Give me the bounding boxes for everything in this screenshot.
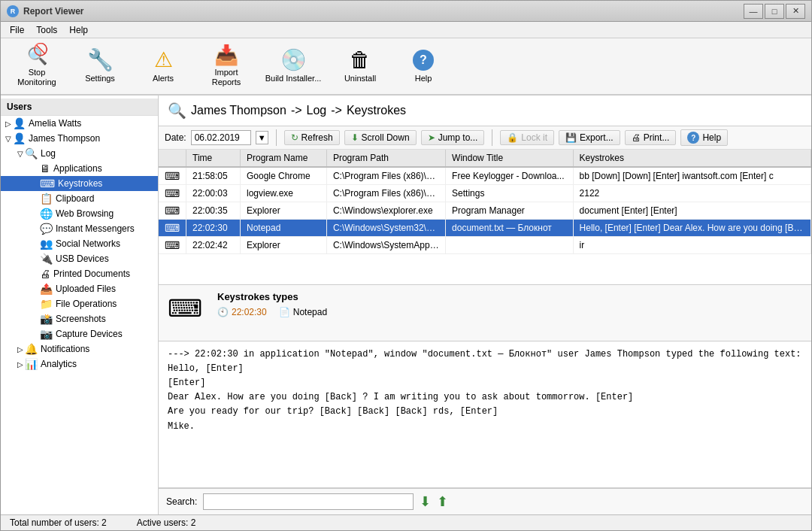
print-button[interactable]: 🖨 Print... [625,130,677,145]
sidebar-item-web-browsing[interactable]: 🌐 Web Browsing [1,206,158,221]
lock-it-button[interactable]: 🔒 Lock it [500,130,554,145]
menu-file[interactable]: File [4,23,30,37]
row-path: C:\Windows\System32\not... [326,220,445,237]
main-area: Users ▷ 👤 Amelia Watts ▽ 👤 James Thompso… [1,96,811,514]
file-operations-label: File Operations [56,299,117,309]
col-program: Program Name [240,150,326,167]
import-reports-button[interactable]: 📥 Import Reports [196,41,256,91]
row-time: 22:02:30 [186,220,241,237]
alerts-button[interactable]: ⚠ Alerts [133,43,193,90]
sidebar-item-usb-devices[interactable]: 🔌 USB Devices [1,251,158,266]
search-down-button[interactable]: ⬇ [420,495,431,508]
applications-label: Applications [53,163,102,174]
sidebar-item-clipboard[interactable]: 📋 Clipboard [1,191,158,206]
row-path: C:\Program Files (x86)\Go... [326,167,445,185]
status-bar: Total number of users: 2 Active users: 2 [1,514,811,530]
minimize-button[interactable]: — [744,4,763,19]
breadcrumb: 🔍 James Thompson -> Log -> Keystrokes [159,96,811,126]
sidebar-item-amelia-watts[interactable]: ▷ 👤 Amelia Watts [1,116,158,131]
detail-sub: 🕙 22:02:30 📄 Notepad [217,307,327,317]
stop-monitoring-icon: 🔍🚫 [27,45,47,65]
sidebar-item-printed-documents[interactable]: 🖨 Printed Documents [1,266,158,281]
analytics-label: Analytics [41,359,77,369]
sidebar-item-social-networks[interactable]: 👥 Social Networks [1,236,158,251]
export-button[interactable]: 💾 Export... [559,130,620,145]
sidebar-item-screenshots[interactable]: 📸 Screenshots [1,311,158,326]
james-thompson-label: James Thompson [29,133,100,144]
jump-to-label: Jump to... [438,132,478,143]
active-users: Active users: 2 [137,517,196,528]
build-installer-icon: 💿 [280,50,307,71]
table-row[interactable]: ⌨ 22:00:35 Explorer C:\Windows\explorer.… [159,202,811,220]
help-toolbar-label: Help [415,74,432,83]
content-area: 🔍 James Thompson -> Log -> Keystrokes Da… [159,96,811,514]
build-installer-label: Build Installer... [265,74,322,83]
text-line: Hello, [Enter] [168,362,802,376]
text-content-area: ---> 22:02:30 in application "Notepad", … [159,341,811,488]
row-window: Settings [446,185,573,202]
sidebar-item-analytics[interactable]: ▷ 📊 Analytics [1,357,158,372]
menu-tools[interactable]: Tools [30,23,63,37]
jump-to-button[interactable]: ➤ Jump to... [421,130,485,145]
refresh-label: Refresh [301,132,333,143]
search-up-button[interactable]: ⬆ [437,495,448,508]
help-toolbar-button[interactable]: ? Help [393,43,453,90]
notifications-label: Notifications [41,344,89,354]
breadcrumb-keystrokes: Keystrokes [347,104,406,117]
keystrokes-table: Time Program Name Program Path Window Ti… [159,150,811,254]
breadcrumb-sep1: -> [291,104,302,117]
settings-icon: 🔧 [87,50,114,71]
row-time: 21:58:05 [186,167,241,185]
close-button[interactable]: ✕ [786,4,805,19]
text-line: ---> 22:02:30 in application "Notepad", … [168,347,802,362]
search-input[interactable] [203,493,414,510]
sidebar-item-file-operations[interactable]: 📁 File Operations [1,296,158,311]
sidebar-item-applications[interactable]: 🖥 Applications [1,161,158,176]
date-input[interactable] [191,130,251,145]
detail-info: Keystrokes types 🕙 22:02:30 📄 Notepad [217,291,327,317]
stop-monitoring-label: Stop Monitoring [12,68,62,87]
help-datebar-button[interactable]: ? Help [680,129,728,146]
sidebar-item-uploaded-files[interactable]: 📤 Uploaded Files [1,281,158,296]
stop-monitoring-button[interactable]: 🔍🚫 Stop Monitoring [7,41,67,91]
sidebar-item-log[interactable]: ▽ 🔍 Log [1,146,158,161]
uninstall-button[interactable]: 🗑 Uninstall [330,43,390,90]
settings-label: Settings [85,74,115,83]
menu-help[interactable]: Help [63,23,94,37]
amelia-watts-label: Amelia Watts [29,118,81,129]
settings-button[interactable]: 🔧 Settings [70,43,130,90]
sidebar-item-notifications[interactable]: ▷ 🔔 Notifications [1,341,158,357]
refresh-button[interactable]: ↻ Refresh [284,130,340,145]
log-label: Log [41,148,56,159]
expander-log: ▽ [16,150,25,158]
capture-devices-label: Capture Devices [56,329,123,339]
date-bar: Date: ▼ ↻ Refresh ⬇ Scroll Down ➤ Jump t… [159,126,811,150]
web-browsing-icon: 🌐 [40,208,53,220]
table-row[interactable]: ⌨ 22:02:42 Explorer C:\Windows\SystemApp… [159,237,811,254]
scroll-down-button[interactable]: ⬇ Scroll Down [344,130,417,145]
date-dropdown-button[interactable]: ▼ [256,131,268,144]
instant-messengers-icon: 💬 [40,223,53,235]
sidebar-item-capture-devices[interactable]: 📷 Capture Devices [1,326,158,341]
maximize-button[interactable]: □ [765,4,784,19]
table-row[interactable]: ⌨ 21:58:05 Google Chrome C:\Program File… [159,167,811,185]
row-window: document.txt — Блокнот [446,220,573,237]
row-program: logview.exe [240,185,326,202]
print-icon: 🖨 [632,132,641,143]
table-row[interactable]: ⌨ 22:00:03 logview.exe C:\Program Files … [159,185,811,202]
col-time: Time [186,150,241,167]
uninstall-icon: 🗑 [350,50,371,71]
row-path: C:\Windows\explorer.exe [326,202,445,220]
sidebar-item-instant-messengers[interactable]: 💬 Instant Messengers [1,221,158,236]
row-time: 22:00:03 [186,185,241,202]
detail-panel: ⌨ Keystrokes types 🕙 22:02:30 📄 Notepad [159,285,811,341]
table-row[interactable]: ⌨ 22:02:30 Notepad C:\Windows\System32\n… [159,220,811,237]
sidebar-item-keystrokes[interactable]: ⌨ Keystrokes [1,176,158,191]
usb-devices-icon: 🔌 [40,253,53,265]
total-users: Total number of users: 2 [10,517,107,528]
scroll-down-icon: ⬇ [351,132,359,143]
text-line: Mike. [168,420,802,434]
sidebar-item-james-thompson[interactable]: ▽ 👤 James Thompson [1,131,158,146]
build-installer-button[interactable]: 💿 Build Installer... [259,43,327,90]
row-path: C:\Program Files (x86)\FKL... [326,185,445,202]
